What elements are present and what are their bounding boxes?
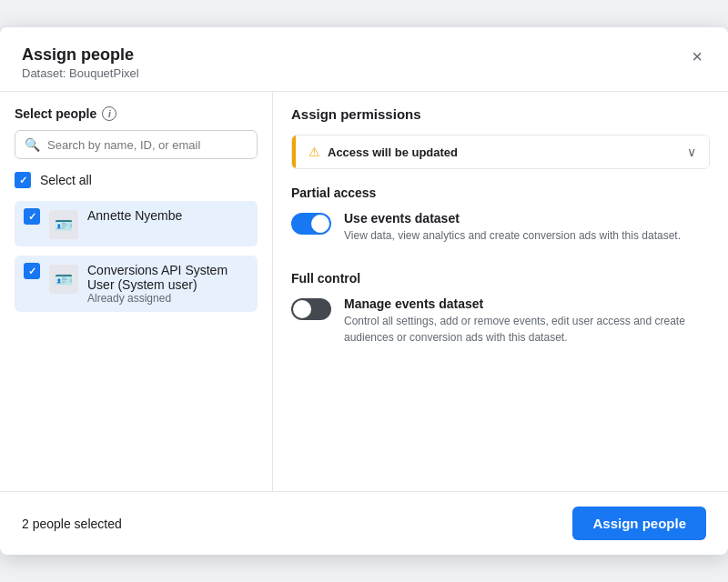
assign-people-button[interactable]: Assign people bbox=[572, 507, 706, 540]
checkmark-icon: ✓ bbox=[28, 211, 36, 223]
person-subtitle-2: Already assigned bbox=[87, 292, 228, 305]
person-avatar-2: 🪪 bbox=[49, 265, 78, 294]
full-control-title: Full control bbox=[291, 271, 710, 286]
access-banner-header[interactable]: ⚠ Access will be updated ∨ bbox=[292, 135, 709, 168]
right-panel-title: Assign permissions bbox=[291, 106, 710, 122]
access-banner-text: Access will be updated bbox=[328, 146, 458, 159]
person-icon: 🪪 bbox=[55, 271, 73, 288]
use-events-name: Use events dataset bbox=[344, 211, 681, 226]
person-name-1: Annette Nyembe bbox=[87, 208, 182, 223]
chevron-down-icon: ∨ bbox=[687, 145, 696, 159]
manage-events-name: Manage events dataset bbox=[344, 296, 710, 311]
select-all-row[interactable]: ✓ Select all bbox=[15, 168, 258, 192]
left-panel: Select people i 🔍 ✓ Select all ✓ 🪪 bbox=[0, 92, 273, 491]
checkmark-icon: ✓ bbox=[28, 266, 36, 277]
full-control-permission: Manage events dataset Control all settin… bbox=[291, 286, 710, 356]
person-info-1: Annette Nyembe bbox=[87, 208, 182, 223]
selected-count: 2 people selected bbox=[22, 517, 122, 531]
checkmark-icon: ✓ bbox=[19, 175, 27, 186]
manage-events-desc: Control all settings, add or remove even… bbox=[344, 313, 710, 346]
search-input[interactable] bbox=[47, 138, 248, 152]
toggle-knob bbox=[293, 300, 311, 318]
person-name-2: Conversions API SystemUser (System user) bbox=[87, 263, 228, 292]
search-box: 🔍 bbox=[15, 130, 258, 159]
modal-body: Select people i 🔍 ✓ Select all ✓ 🪪 bbox=[0, 92, 728, 491]
select-all-checkbox[interactable]: ✓ bbox=[15, 172, 31, 188]
partial-access-section: Partial access Use events dataset View d… bbox=[291, 182, 710, 255]
person-avatar-1: 🪪 bbox=[49, 210, 78, 239]
use-events-toggle[interactable] bbox=[291, 213, 331, 235]
left-panel-title: Select people i bbox=[15, 106, 258, 121]
person-checkbox-2[interactable]: ✓ bbox=[24, 263, 40, 279]
person-info-2: Conversions API SystemUser (System user)… bbox=[87, 263, 228, 305]
use-events-desc: View data, view analytics and create con… bbox=[344, 227, 681, 244]
person-checkbox-1[interactable]: ✓ bbox=[24, 208, 40, 225]
modal: Assign people Dataset: BouquetPixel × Se… bbox=[0, 27, 728, 555]
select-all-label: Select all bbox=[40, 173, 92, 187]
partial-access-permission: Use events dataset View data, view analy… bbox=[291, 200, 710, 255]
manage-events-text: Manage events dataset Control all settin… bbox=[344, 296, 710, 346]
modal-subtitle: Dataset: BouquetPixel bbox=[22, 66, 706, 80]
warning-icon: ⚠ bbox=[308, 145, 320, 159]
person-item-2[interactable]: ✓ 🪪 Conversions API SystemUser (System u… bbox=[15, 256, 258, 312]
close-button[interactable]: × bbox=[684, 44, 710, 69]
use-events-text: Use events dataset View data, view analy… bbox=[344, 211, 681, 244]
full-control-section: Full control Manage events dataset Contr… bbox=[291, 267, 710, 356]
access-banner: ⚠ Access will be updated ∨ bbox=[291, 135, 710, 169]
partial-access-title: Partial access bbox=[291, 186, 710, 200]
modal-title: Assign people bbox=[22, 45, 706, 65]
toggle-knob bbox=[311, 215, 329, 233]
left-panel-label: Select people bbox=[15, 106, 96, 121]
search-icon: 🔍 bbox=[25, 137, 40, 152]
person-icon: 🪪 bbox=[55, 216, 73, 234]
person-item[interactable]: ✓ 🪪 Annette Nyembe bbox=[15, 201, 258, 246]
modal-footer: 2 people selected Assign people bbox=[0, 491, 728, 555]
access-banner-left: ⚠ Access will be updated bbox=[308, 145, 458, 159]
manage-events-toggle[interactable] bbox=[291, 298, 331, 320]
modal-header: Assign people Dataset: BouquetPixel × bbox=[0, 27, 728, 92]
info-icon[interactable]: i bbox=[102, 106, 116, 121]
right-panel: Assign permissions ⚠ Access will be upda… bbox=[273, 92, 728, 491]
